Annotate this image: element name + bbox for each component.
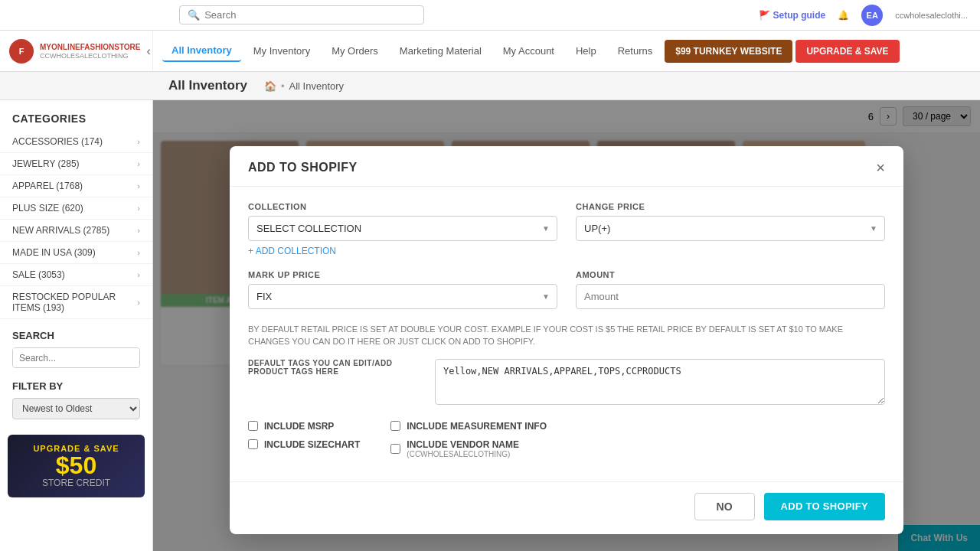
logo-name: MYONLINEFASHIONSTORE [40, 43, 141, 52]
include-msrp-row: INCLUDE MSRP [248, 421, 360, 432]
change-price-select[interactable]: UP(+) DOWN(-) NONE [576, 216, 885, 241]
breadcrumb: All Inventory 🏠 • All Inventory [0, 72, 980, 100]
chevron-right-icon: › [137, 159, 140, 168]
collection-select[interactable]: SELECT COLLECTION [248, 216, 557, 241]
tags-label: DEFAULT TAGS YOU CAN EDIT/ADD PRODUCT TA… [248, 359, 416, 376]
upgrade-banner-amount: $50 [20, 453, 132, 478]
sidebar-item-jewelry[interactable]: JEWELRY (285) › [0, 153, 152, 175]
sidebar-item-made-in-usa[interactable]: MADE IN USA (309) › [0, 242, 152, 264]
include-measurement-checkbox[interactable] [390, 421, 400, 431]
sidebar-search-input[interactable] [13, 348, 140, 367]
categories-title: CATEGORIES [0, 112, 152, 131]
store-url: ccwholesaleclothi... [895, 11, 968, 20]
sidebar-item-restocked[interactable]: RESTOCKED POPULAR ITEMS (193) › [0, 286, 152, 319]
chevron-right-icon: › [137, 137, 140, 146]
nav-link-help[interactable]: Help [567, 41, 606, 61]
sidebar-item-apparel[interactable]: APPAREL (1768) › [0, 175, 152, 197]
modal-row-2: MARK UP PRICE FIX PERCENTAGE AMOUNT [248, 270, 885, 309]
filter-select[interactable]: Newest to Oldest [12, 398, 140, 419]
modal-row-tags: DEFAULT TAGS YOU CAN EDIT/ADD PRODUCT TA… [248, 359, 885, 407]
add-to-shopify-button[interactable]: ADD TO SHOPIFY [764, 493, 885, 520]
setup-guide-link[interactable]: 🚩 Setup guide [759, 10, 826, 21]
nav-link-my-orders[interactable]: My Orders [322, 41, 387, 61]
include-msrp-label: INCLUDE MSRP [264, 421, 334, 432]
markup-description: BY DEFAULT RETAIL PRICE IS SET AT DOUBLE… [248, 323, 885, 348]
tags-label-col: DEFAULT TAGS YOU CAN EDIT/ADD PRODUCT TA… [248, 359, 416, 407]
sidebar-item-accessories[interactable]: ACCESSORIES (174) › [0, 131, 152, 153]
content-area: 6 › 30 / page ITEM ADDED ITEM ADDED ITEM… [153, 100, 980, 551]
chevron-right-icon: › [137, 181, 140, 191]
logo-sub: CCWHOLESALECLOTHING [40, 52, 141, 60]
amount-label: AMOUNT [576, 270, 885, 279]
filter-title: FILTER BY [12, 380, 140, 392]
nav-link-all-inventory[interactable]: All Inventory [162, 40, 241, 62]
chevron-right-icon: › [137, 248, 140, 257]
include-measurement-label: INCLUDE MEASUREMENT INFO [407, 421, 547, 432]
tags-input-col: Yellow,NEW ARRIVALS,APPAREL,TOPS,CCPRODU… [435, 359, 885, 407]
collection-field: COLLECTION SELECT COLLECTION + ADD COLLE… [248, 202, 557, 256]
include-sizechart-row: INCLUDE SIZECHART [248, 439, 360, 450]
notification-icon[interactable]: 🔔 [838, 10, 849, 21]
no-button[interactable]: NO [694, 493, 755, 520]
tags-textarea[interactable]: Yellow,NEW ARRIVALS,APPAREL,TOPS,CCPRODU… [435, 359, 885, 405]
avatar[interactable]: EA [861, 5, 883, 26]
upgrade-button[interactable]: UPGRADE & SAVE [795, 40, 899, 63]
collection-select-wrapper: SELECT COLLECTION [248, 216, 557, 241]
modal-title: ADD TO SHOPIFY [248, 161, 358, 174]
nav-link-my-account[interactable]: My Account [494, 41, 564, 61]
include-measurement-row: INCLUDE MEASUREMENT INFO [390, 421, 547, 432]
sidebar: CATEGORIES ACCESSORIES (174) › JEWELRY (… [0, 100, 153, 551]
chevron-right-icon: › [137, 204, 140, 213]
search-section: SEARCH 🔍 [0, 319, 152, 374]
modal-overlay[interactable]: ADD TO SHOPIFY × COLLECTION SELECT COLLE… [153, 100, 980, 551]
top-bar: 🔍 🚩 Setup guide 🔔 EA ccwholesaleclothi..… [0, 0, 980, 31]
include-msrp-checkbox[interactable] [248, 421, 258, 431]
checkboxes-right: INCLUDE MEASUREMENT INFO INCLUDE VENDOR … [390, 421, 547, 466]
upgrade-banner[interactable]: UPGRADE & SAVE $50 STORE CREDIT [8, 435, 145, 497]
sidebar-item-sale[interactable]: SALE (3053) › [0, 264, 152, 286]
markup-select-wrapper: FIX PERCENTAGE [248, 284, 557, 309]
page-title: All Inventory [168, 78, 247, 93]
nav-link-my-inventory[interactable]: My Inventory [244, 41, 319, 61]
search-input[interactable] [204, 9, 416, 21]
include-vendor-label: INCLUDE VENDOR NAME [407, 439, 519, 450]
sidebar-item-new-arrivals[interactable]: NEW ARRIVALS (2785) › [0, 220, 152, 242]
vendor-name: (CCWHOLESALECLOTHING) [407, 450, 519, 458]
modal-header: ADD TO SHOPIFY × [230, 146, 903, 187]
nav-link-marketing[interactable]: Marketing Material [390, 41, 491, 61]
flag-icon: 🚩 [759, 10, 770, 21]
add-collection-link[interactable]: + ADD COLLECTION [248, 246, 336, 256]
checkboxes-area: INCLUDE MSRP INCLUDE SIZECHART INCLUDE M… [248, 421, 885, 466]
breadcrumb-current[interactable]: All Inventory [289, 80, 345, 92]
nav-links: All Inventory My Inventory My Orders Mar… [153, 40, 980, 63]
change-price-select-wrapper: UP(+) DOWN(-) NONE [576, 216, 885, 241]
add-to-shopify-modal: ADD TO SHOPIFY × COLLECTION SELECT COLLE… [230, 146, 903, 534]
main-layout: CATEGORIES ACCESSORIES (174) › JEWELRY (… [0, 100, 980, 551]
modal-close-button[interactable]: × [876, 160, 885, 175]
include-vendor-row: INCLUDE VENDOR NAME (CCWHOLESALECLOTHING… [390, 439, 547, 458]
search-box[interactable]: 🔍 [179, 5, 424, 24]
modal-body: COLLECTION SELECT COLLECTION + ADD COLLE… [230, 187, 903, 481]
nav-link-returns[interactable]: Returns [609, 41, 662, 61]
markup-select[interactable]: FIX PERCENTAGE [248, 284, 557, 309]
include-vendor-checkbox[interactable] [390, 444, 400, 454]
markup-label: MARK UP PRICE [248, 270, 557, 279]
search-input-wrapper: 🔍 [12, 347, 140, 368]
filter-section: FILTER BY Newest to Oldest [0, 374, 152, 425]
logo-area: F MYONLINEFASHIONSTORE CCWHOLESALECLOTHI… [0, 31, 153, 71]
breadcrumb-home[interactable]: 🏠 [264, 80, 276, 92]
logo-icon: F [9, 39, 34, 64]
turnkey-button[interactable]: $99 TURNKEY WEBSITE [665, 40, 792, 63]
upgrade-banner-credit: STORE CREDIT [20, 478, 132, 488]
search-icon: 🔍 [188, 9, 200, 21]
checkboxes-left: INCLUDE MSRP INCLUDE SIZECHART [248, 421, 360, 466]
include-sizechart-checkbox[interactable] [248, 439, 258, 449]
chevron-right-icon: › [137, 270, 140, 279]
include-sizechart-label: INCLUDE SIZECHART [264, 439, 360, 450]
sidebar-item-plus-size[interactable]: PLUS SIZE (620) › [0, 197, 152, 220]
top-right-actions: 🚩 Setup guide 🔔 EA ccwholesaleclothi... [759, 5, 968, 26]
amount-input[interactable] [576, 284, 885, 309]
collection-label: COLLECTION [248, 202, 557, 211]
change-price-field: CHANGE PRICE UP(+) DOWN(-) NONE [576, 202, 885, 256]
chevron-right-icon: › [137, 298, 140, 307]
